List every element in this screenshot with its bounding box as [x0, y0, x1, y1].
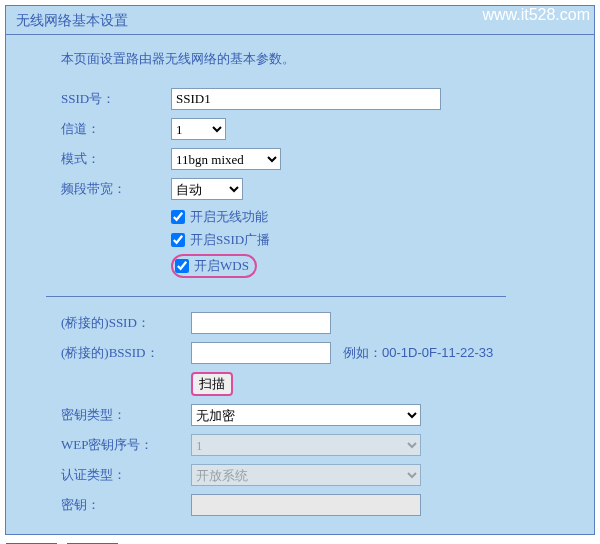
enable-wireless-label: 开启无线功能 — [190, 208, 268, 226]
section-divider — [46, 296, 506, 297]
bridge-bssid-input[interactable] — [191, 342, 331, 364]
key-label: 密钥： — [61, 496, 191, 514]
enable-wds-checkbox[interactable] — [175, 259, 189, 273]
enable-wireless-checkbox[interactable] — [171, 210, 185, 224]
key-input — [191, 494, 421, 516]
channel-label: 信道： — [61, 120, 171, 138]
mode-label: 模式： — [61, 150, 171, 168]
wds-highlighted: 开启WDS — [171, 254, 257, 278]
ssid-input[interactable] — [171, 88, 441, 110]
panel-content: 本页面设置路由器无线网络的基本参数。 SSID号： 信道： 1 模式： 11bg… — [6, 35, 594, 534]
bridge-ssid-label: (桥接的)SSID： — [61, 314, 191, 332]
auth-type-select: 开放系统 — [191, 464, 421, 486]
channel-select[interactable]: 1 — [171, 118, 226, 140]
mode-select[interactable]: 11bgn mixed — [171, 148, 281, 170]
ssid-label: SSID号： — [61, 90, 171, 108]
enable-wds-label: 开启WDS — [194, 257, 249, 275]
key-type-label: 密钥类型： — [61, 406, 191, 424]
wireless-settings-panel: www.it528.com 无线网络基本设置 本页面设置路由器无线网络的基本参数… — [5, 5, 595, 535]
wep-index-select: 1 — [191, 434, 421, 456]
scan-button[interactable]: 扫描 — [191, 372, 233, 396]
auth-type-label: 认证类型： — [61, 466, 191, 484]
bssid-example: 例如：00-1D-0F-11-22-33 — [343, 344, 493, 362]
bridge-bssid-label: (桥接的)BSSID： — [61, 344, 191, 362]
panel-description: 本页面设置路由器无线网络的基本参数。 — [61, 50, 564, 68]
bridge-ssid-input[interactable] — [191, 312, 331, 334]
watermark-text: www.it528.com — [482, 6, 590, 24]
key-type-select[interactable]: 无加密 — [191, 404, 421, 426]
bandwidth-select[interactable]: 自动 — [171, 178, 243, 200]
enable-ssid-broadcast-label: 开启SSID广播 — [190, 231, 270, 249]
enable-ssid-broadcast-checkbox[interactable] — [171, 233, 185, 247]
wep-index-label: WEP密钥序号： — [61, 436, 191, 454]
bandwidth-label: 频段带宽： — [61, 180, 171, 198]
